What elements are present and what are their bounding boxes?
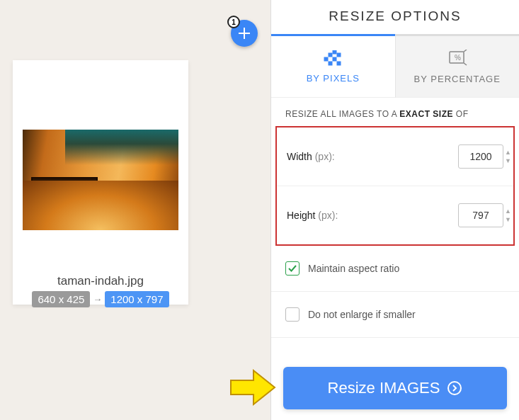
height-step-down[interactable]: ▼ <box>505 216 512 222</box>
check-icon <box>287 263 297 273</box>
no-enlarge-row: Do not enlarge if smaller <box>271 292 519 338</box>
resize-button-label: Resize IMAGES <box>328 379 440 397</box>
original-dimensions-badge: 640 x 425 <box>32 291 90 307</box>
yellow-arrow-annotation <box>228 368 278 407</box>
plus-icon <box>237 26 251 40</box>
width-step-up[interactable]: ▲ <box>505 149 512 154</box>
height-step-up[interactable]: ▲ <box>505 208 512 213</box>
panel-title: RESIZE OPTIONS <box>271 0 519 34</box>
svg-rect-1 <box>329 53 332 57</box>
svg-rect-0 <box>324 57 328 61</box>
maintain-aspect-checkbox[interactable] <box>285 261 300 276</box>
tab-label: BY PERCENTAGE <box>414 74 501 84</box>
maintain-aspect-label: Maintain aspect ratio <box>308 263 399 274</box>
tabs: BY PIXELS % BY PERCENTAGE <box>271 34 519 98</box>
width-row: Width (px): ▲ ▼ <box>277 127 513 186</box>
pixels-icon <box>323 50 343 66</box>
no-enlarge-label: Do not enlarge if smaller <box>308 309 416 320</box>
svg-rect-3 <box>333 57 336 61</box>
maintain-aspect-row: Maintain aspect ratio <box>271 246 519 292</box>
new-dimensions-badge: 1200 x 797 <box>105 291 169 307</box>
add-count-badge: 1 <box>227 16 240 28</box>
width-label: Width (px): <box>287 151 335 162</box>
svg-rect-2 <box>329 62 332 65</box>
svg-rect-5 <box>337 62 341 65</box>
tab-label: BY PIXELS <box>307 73 360 84</box>
dimension-fields-highlight: Width (px): ▲ ▼ Height (px): ▲ ▼ <box>275 126 515 246</box>
svg-rect-4 <box>337 53 341 57</box>
file-name: taman-indah.jpg <box>13 274 188 288</box>
width-input[interactable] <box>458 144 503 169</box>
height-label: Height (px): <box>287 210 338 221</box>
height-input[interactable] <box>458 203 503 227</box>
tab-by-pixels[interactable]: BY PIXELS <box>271 34 395 98</box>
tab-by-percentage[interactable]: % BY PERCENTAGE <box>395 34 520 98</box>
svg-point-9 <box>448 382 461 395</box>
svg-rect-6 <box>333 50 336 54</box>
height-row: Height (px): ▲ ▼ <box>277 186 513 244</box>
svg-text:%: % <box>455 54 462 62</box>
arrow-right-icon: → <box>93 294 102 305</box>
image-thumbnail <box>23 130 178 230</box>
image-card[interactable]: taman-indah.jpg 640 x 425 → 1200 x 797 <box>13 60 188 305</box>
width-step-down[interactable]: ▼ <box>505 157 512 163</box>
arrow-circle-icon <box>447 380 462 396</box>
no-enlarge-checkbox[interactable] <box>285 307 300 322</box>
image-preview-area: 1 taman-indah.jpg 640 x 425 → 1200 x 797 <box>0 0 269 420</box>
dimensions-row: 640 x 425 → 1200 x 797 <box>13 291 188 307</box>
resize-options-panel: RESIZE OPTIONS BY PIXELS % BY PERCENTAGE… <box>270 0 519 420</box>
resize-images-button[interactable]: Resize IMAGES <box>283 367 507 409</box>
resize-description: RESIZE ALL IMAGES TO A EXACT SIZE OF <box>271 98 519 126</box>
percentage-icon: % <box>447 50 467 67</box>
